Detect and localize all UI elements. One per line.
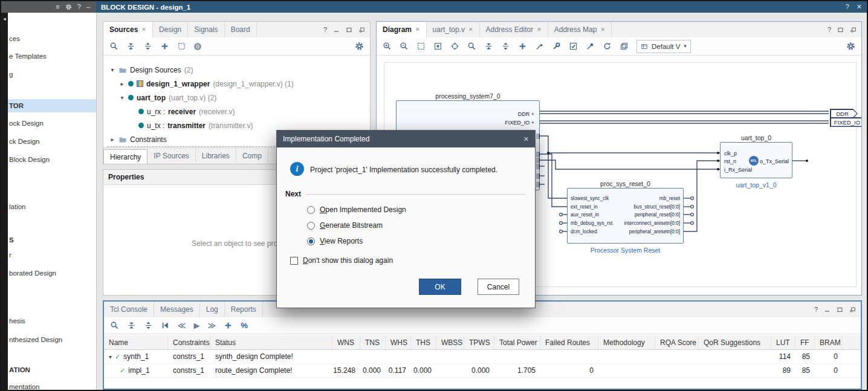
zoom-fit-icon[interactable] bbox=[416, 42, 426, 51]
close-icon[interactable]: ✕ bbox=[857, 3, 862, 11]
nav-item[interactable]: lation bbox=[8, 201, 96, 213]
wrench-icon[interactable] bbox=[552, 42, 561, 51]
collapse-all-icon[interactable] bbox=[484, 42, 493, 51]
step-forward-icon[interactable]: ≫ bbox=[208, 322, 216, 329]
run-row-impl-name[interactable]: ✓ impl_1 bbox=[104, 364, 168, 378]
col-header-wbss[interactable]: WBSS bbox=[436, 335, 464, 350]
col-header-lut[interactable]: LUT bbox=[771, 335, 795, 350]
layers-icon[interactable] bbox=[620, 42, 629, 51]
gear-icon[interactable] bbox=[65, 4, 72, 10]
run-cell[interactable] bbox=[464, 350, 494, 364]
run-cell[interactable] bbox=[699, 364, 771, 378]
tab-board[interactable]: Board bbox=[225, 22, 257, 37]
col-header-total-power[interactable]: Total Power bbox=[494, 335, 540, 350]
help-icon[interactable]: ? bbox=[828, 27, 831, 33]
col-header-tns[interactable]: TNS bbox=[360, 335, 386, 350]
nav-item[interactable]: ock Design bbox=[8, 117, 96, 129]
maximize-icon[interactable] bbox=[837, 27, 844, 33]
ok-button[interactable]: OK bbox=[419, 279, 461, 295]
tab-close-icon[interactable]: ✕ bbox=[600, 27, 605, 33]
pin-icon[interactable] bbox=[586, 42, 595, 51]
regenerate-layout-icon[interactable] bbox=[603, 42, 612, 51]
run-cell[interactable] bbox=[332, 350, 360, 364]
show-hidden-icon[interactable] bbox=[177, 42, 186, 51]
col-header-qor-suggestions[interactable]: QoR Suggestions bbox=[699, 335, 771, 350]
checkbox-icon[interactable] bbox=[290, 257, 298, 265]
zoom-out-icon[interactable] bbox=[400, 42, 409, 51]
radio-icon[interactable] bbox=[307, 222, 315, 230]
maximize-icon[interactable] bbox=[346, 27, 352, 33]
tab-close-icon[interactable]: ✕ bbox=[468, 27, 473, 33]
nav-item[interactable]: g bbox=[8, 68, 96, 80]
nav-item[interactable]: hesis bbox=[8, 315, 96, 327]
settings-gear-icon[interactable] bbox=[355, 42, 364, 51]
col-header-failed-routes[interactable]: Failed Routes bbox=[540, 335, 598, 350]
minimize-icon[interactable]: – bbox=[86, 4, 90, 10]
run-cell[interactable] bbox=[411, 350, 436, 364]
tab-close-icon[interactable]: ✕ bbox=[415, 27, 420, 33]
run-cell[interactable] bbox=[360, 350, 386, 364]
radio-view-reports[interactable]: View Reports bbox=[307, 236, 363, 247]
run-cell[interactable]: 0.000 bbox=[411, 364, 436, 378]
search-icon[interactable] bbox=[109, 42, 118, 51]
dialog-close-icon[interactable]: ✕ bbox=[523, 135, 535, 143]
expand-all-icon[interactable] bbox=[501, 42, 510, 51]
run-cell[interactable] bbox=[598, 350, 655, 364]
run-cell[interactable]: 0.000 bbox=[360, 364, 386, 378]
tab-compile-order[interactable]: Comp bbox=[236, 148, 268, 164]
chevron-right-icon[interactable]: ▸ bbox=[119, 80, 125, 87]
col-header-name[interactable]: Name bbox=[104, 335, 168, 350]
minimize-icon[interactable] bbox=[333, 27, 340, 33]
run-cell[interactable] bbox=[598, 364, 655, 378]
run-cell[interactable] bbox=[436, 350, 464, 364]
chevron-down-icon[interactable]: ▾ bbox=[109, 66, 115, 73]
search-icon[interactable] bbox=[110, 321, 119, 330]
run-cell[interactable] bbox=[655, 364, 699, 378]
tab-reports[interactable]: Reports bbox=[225, 302, 263, 317]
run-cell[interactable] bbox=[386, 350, 411, 364]
run-cell[interactable]: 0.117 bbox=[386, 364, 411, 378]
autofit-icon[interactable] bbox=[450, 42, 459, 51]
float-icon[interactable] bbox=[849, 306, 856, 313]
skip-to-start-icon[interactable] bbox=[161, 321, 170, 330]
run-automation-icon[interactable] bbox=[535, 42, 544, 51]
nav-item[interactable]: mentation bbox=[8, 381, 96, 391]
tree-row-u-rx[interactable]: u_rx : receiver (receiver.v) bbox=[103, 105, 370, 118]
chevron-down-icon[interactable]: ▾ bbox=[119, 94, 125, 101]
chevron-right-icon[interactable]: ▸ bbox=[109, 136, 115, 143]
tab-hierarchy[interactable]: Hierarchy bbox=[103, 149, 147, 164]
tab-diagram[interactable]: Diagram ✕ bbox=[377, 22, 427, 37]
radio-generate-bitstream[interactable]: Generate Bitstream bbox=[307, 220, 383, 231]
step-back-icon[interactable]: ≪ bbox=[178, 322, 186, 329]
float-icon[interactable] bbox=[358, 27, 365, 33]
run-cell[interactable]: 0.000 bbox=[464, 364, 494, 378]
collapse-all-icon[interactable] bbox=[126, 42, 135, 51]
radio-icon[interactable] bbox=[307, 206, 315, 214]
settings-gear-icon[interactable] bbox=[846, 42, 855, 51]
run-row-synth-name[interactable]: ▾ ✓ synth_1 bbox=[104, 350, 168, 364]
tree-row-design-1-wrapper[interactable]: ▸ design_1_wrapper (design_1_wrapper.v) … bbox=[103, 77, 370, 91]
run-cell[interactable] bbox=[699, 350, 771, 364]
col-header-status[interactable]: Status bbox=[210, 335, 332, 350]
tab-design[interactable]: Design bbox=[153, 22, 188, 37]
dialog-titlebar[interactable]: Implementation Completed ✕ bbox=[277, 131, 535, 147]
col-header-bram[interactable]: BRAM bbox=[815, 335, 843, 350]
psr-block[interactable]: slowest_sync_clk ext_reset_in aux_reset_… bbox=[567, 188, 684, 244]
run-cell[interactable]: 89 bbox=[771, 364, 795, 378]
run-cell[interactable]: 0 bbox=[540, 364, 598, 378]
nav-item[interactable]: ck Design bbox=[8, 135, 96, 147]
tab-messages[interactable]: Messages bbox=[154, 302, 200, 317]
create-run-icon[interactable] bbox=[224, 321, 233, 330]
external-port-fixed-io[interactable]: FIXED_IO bbox=[830, 117, 861, 127]
tab-uart-top-v[interactable]: uart_top.v ✕ bbox=[427, 22, 480, 37]
tab-address-editor[interactable]: Address Editor ✕ bbox=[480, 22, 548, 37]
nav-item[interactable]: r bbox=[8, 249, 96, 261]
col-header-rqa-score[interactable]: RQA Score bbox=[655, 335, 699, 350]
tab-signals[interactable]: Signals bbox=[188, 22, 224, 37]
percent-icon[interactable]: % bbox=[241, 322, 248, 329]
help-icon[interactable]: ? bbox=[323, 27, 327, 33]
run-cell-status[interactable]: synth_design Complete! bbox=[210, 350, 332, 364]
tab-close-icon[interactable]: ✕ bbox=[537, 27, 542, 33]
nav-item[interactable]: Block Design bbox=[8, 153, 96, 166]
tab-ip-sources[interactable]: IP Sources bbox=[147, 148, 195, 164]
